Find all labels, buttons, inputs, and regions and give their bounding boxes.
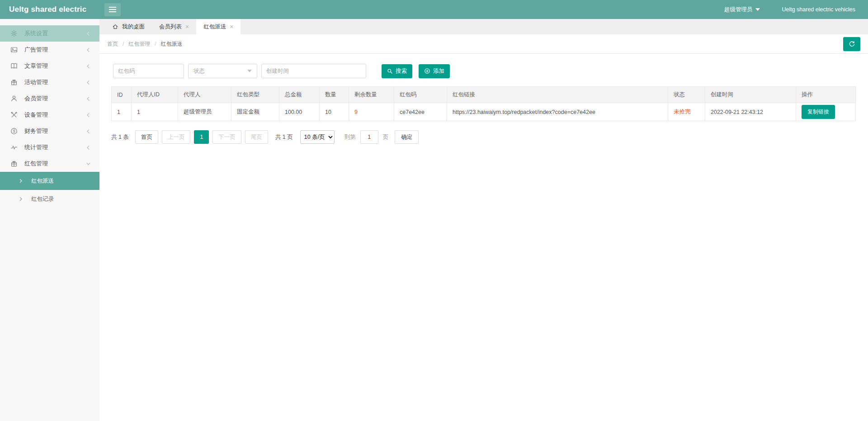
search-toolbar: 状态 搜索 添加 xyxy=(99,54,868,85)
chevron-left-icon xyxy=(85,128,91,134)
chevron-right-icon xyxy=(18,196,24,202)
hamburger-icon xyxy=(109,11,116,12)
user-dropdown[interactable]: 超级管理员 xyxy=(724,6,760,14)
cell-total: 100.00 xyxy=(279,103,320,121)
sidebar-subitem-label: 红包记录 xyxy=(31,195,54,203)
cell-remaining: 9 xyxy=(349,103,394,121)
cell-type: 固定金额 xyxy=(231,103,279,121)
chevron-down-icon xyxy=(755,8,760,11)
sidebar-subitem-redpacket-records[interactable]: 红包记录 xyxy=(0,190,99,208)
tools-icon xyxy=(10,111,18,119)
column-header-actions: 操作 xyxy=(796,87,856,103)
add-button[interactable]: 添加 xyxy=(419,64,450,78)
table-row: 1 1 超级管理员 固定金额 100.00 10 9 ce7e42ee http… xyxy=(112,103,856,121)
cell-id: 1 xyxy=(112,103,132,121)
tab-bar: 我的桌面 会员列表 × 红包派送 × xyxy=(99,19,868,34)
status-select-placeholder: 状态 xyxy=(193,67,205,75)
sidebar-item-label: 文章管理 xyxy=(24,62,85,70)
page-last-button: 尾页 xyxy=(245,130,268,144)
breadcrumb-item-redpacket-management[interactable]: 红包管理 xyxy=(128,40,150,48)
tab-member-list[interactable]: 会员列表 × xyxy=(152,19,196,34)
search-button[interactable]: 搜索 xyxy=(382,64,412,78)
sidebar-item-label: 统计管理 xyxy=(24,143,85,151)
goto-page-input[interactable] xyxy=(360,130,378,144)
sidebar-item-label: 活动管理 xyxy=(24,78,85,86)
sidebar-item-finance-management[interactable]: $ 财务管理 xyxy=(0,123,99,139)
svg-text:$: $ xyxy=(13,129,15,133)
gift-icon xyxy=(10,79,18,86)
top-header: Ueltg shared electric 超级管理员 Ueltg shared… xyxy=(0,0,868,19)
cell-actions: 复制链接 xyxy=(796,103,856,121)
sidebar-item-label: 广告管理 xyxy=(24,46,85,54)
sidebar: 系统设置 广告管理 文章管理 xyxy=(0,19,99,421)
search-icon xyxy=(387,68,393,74)
user-icon xyxy=(10,95,18,103)
column-header-type: 红包类型 xyxy=(231,87,279,103)
sidebar-item-ad-management[interactable]: 广告管理 xyxy=(0,42,99,58)
cell-code: ce7e42ee xyxy=(394,103,447,121)
breadcrumb-row: 首页 / 红包管理 / 红包派送 xyxy=(99,34,868,54)
pagination-page-count: 共 1 页 xyxy=(275,133,293,141)
refresh-button[interactable] xyxy=(843,37,860,51)
sidebar-item-member-management[interactable]: 会员管理 xyxy=(0,90,99,107)
cell-created: 2022-09-21 22:43:12 xyxy=(705,103,796,121)
column-header-status: 状态 xyxy=(668,87,705,103)
add-button-label: 添加 xyxy=(433,67,444,75)
per-page-select[interactable]: 10 条/页 xyxy=(300,130,335,144)
column-header-agent: 代理人 xyxy=(178,87,231,103)
sidebar-item-article-management[interactable]: 文章管理 xyxy=(0,58,99,74)
sidebar-subitem-label: 红包派送 xyxy=(31,177,54,185)
sidebar-item-activity-management[interactable]: 活动管理 xyxy=(0,74,99,90)
gift-icon xyxy=(10,160,18,168)
tab-label: 会员列表 xyxy=(159,23,182,31)
created-time-input[interactable] xyxy=(261,64,366,78)
chevron-left-icon xyxy=(85,31,91,37)
close-icon[interactable]: × xyxy=(185,24,189,30)
redpacket-table: ID 代理人ID 代理人 红包类型 总金额 数量 剩余数量 红包码 红包链接 状… xyxy=(111,86,856,121)
column-header-code: 红包码 xyxy=(394,87,447,103)
sidebar-item-stats-management[interactable]: 统计管理 xyxy=(0,139,99,156)
chevron-left-icon xyxy=(85,80,91,85)
sidebar-toggle-button[interactable] xyxy=(104,3,121,16)
close-icon[interactable]: × xyxy=(230,24,233,30)
column-header-count: 数量 xyxy=(320,87,349,103)
plus-circle-icon xyxy=(424,68,430,74)
chevron-left-icon xyxy=(85,47,91,53)
header-right: 超级管理员 Ueltg shared electric vehicles xyxy=(724,6,868,14)
chevron-right-icon xyxy=(18,178,24,184)
chevron-left-icon xyxy=(85,145,91,151)
main-content: 我的桌面 会员列表 × 红包派送 × 首页 / 红包管理 / 红包派送 状态 xyxy=(99,19,868,144)
sidebar-item-label: 红包管理 xyxy=(24,160,85,168)
sidebar-item-label: 设备管理 xyxy=(24,111,85,119)
cell-agent-id: 1 xyxy=(132,103,178,121)
column-header-link: 红包链接 xyxy=(447,87,668,103)
page-number-button[interactable]: 1 xyxy=(194,130,209,144)
breadcrumb-item-home[interactable]: 首页 xyxy=(107,40,118,48)
sidebar-subitem-redpacket-send[interactable]: 红包派送 xyxy=(0,172,99,190)
dollar-icon: $ xyxy=(10,128,18,135)
page-first-button[interactable]: 首页 xyxy=(135,130,158,144)
chevron-down-icon xyxy=(247,70,252,72)
status-select[interactable]: 状态 xyxy=(188,64,257,78)
goto-confirm-button[interactable]: 确定 xyxy=(395,130,419,144)
copy-link-button[interactable]: 复制链接 xyxy=(802,105,835,119)
tab-desktop[interactable]: 我的桌面 xyxy=(105,19,152,34)
column-header-remaining: 剩余数量 xyxy=(349,87,394,103)
page-prev-button: 上一页 xyxy=(162,130,191,144)
column-header-created: 创建时间 xyxy=(705,87,796,103)
sidebar-item-device-management[interactable]: 设备管理 xyxy=(0,107,99,123)
image-icon xyxy=(10,46,18,54)
sidebar-item-system-settings[interactable]: 系统设置 xyxy=(0,25,99,42)
tab-label: 红包派送 xyxy=(203,23,226,31)
column-header-id: ID xyxy=(112,87,132,103)
breadcrumb-item-current: 红包派送 xyxy=(161,40,183,48)
pagination: 共 1 条 首页 上一页 1 下一页 尾页 共 1 页 10 条/页 到第 页 … xyxy=(111,130,856,144)
pulse-icon xyxy=(10,144,18,151)
sidebar-item-redpacket-management[interactable]: 红包管理 xyxy=(0,156,99,172)
search-button-label: 搜索 xyxy=(396,67,407,75)
page-next-button: 下一页 xyxy=(212,130,241,144)
breadcrumb-separator: / xyxy=(123,41,124,47)
tab-redpacket-send[interactable]: 红包派送 × xyxy=(196,19,241,34)
redpacket-code-input[interactable] xyxy=(113,64,184,78)
cell-agent: 超级管理员 xyxy=(178,103,231,121)
